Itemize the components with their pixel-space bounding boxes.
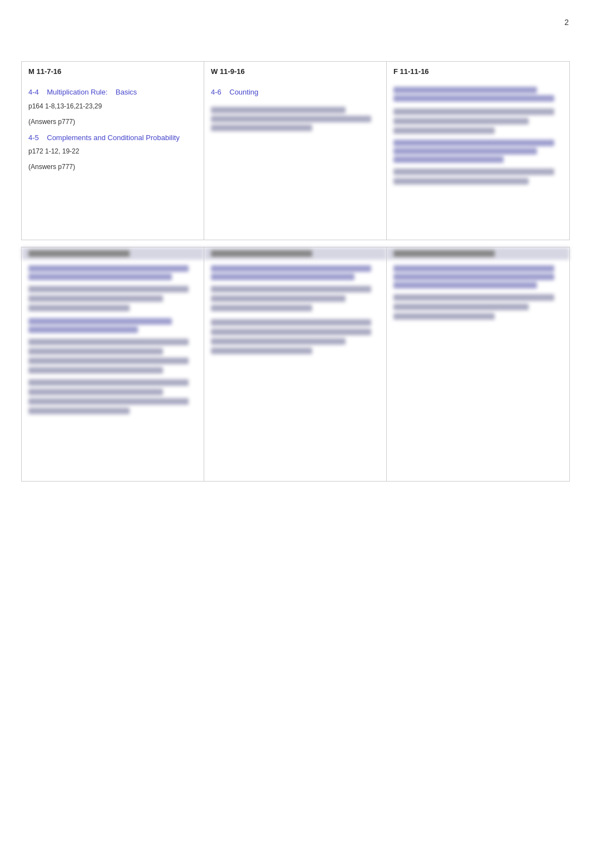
week1-grid: M 11-7-16 4-4 Multiplication Rule: Basic…: [21, 61, 570, 240]
friday-header: F 11-11-16: [393, 67, 563, 79]
week2-grid: [21, 247, 570, 482]
page-number: 2: [564, 18, 569, 27]
section-4-5-line: 4-5 Complements and Conditional Probabil…: [28, 132, 197, 143]
section-4-6-number[interactable]: 4-6: [211, 88, 221, 96]
section-4-5-title[interactable]: Complements and Conditional Probability: [47, 133, 179, 142]
section-4-5-pages: p172 1-12, 19-22: [28, 146, 197, 156]
monday-cell: M 11-7-16 4-4 Multiplication Rule: Basic…: [22, 62, 204, 240]
wednesday-header: W 11-9-16: [211, 67, 380, 79]
friday-blurred-link2: [393, 140, 563, 163]
week2-day3-header: [387, 247, 569, 260]
section-4-4-answers: (Answers p777): [28, 117, 197, 127]
friday-cell: F 11-11-16: [387, 62, 569, 240]
section-4-6-title[interactable]: Counting: [229, 88, 258, 96]
week2-day2-header: [204, 247, 386, 260]
section-4-5-answers: (Answers p777): [28, 162, 197, 172]
week2-day3-body: [387, 260, 569, 338]
section-4-4-number[interactable]: 4-4: [28, 88, 39, 96]
week2-day1-cell: [22, 247, 204, 481]
week2-day3-cell: [387, 247, 569, 481]
section-4-6-line: 4-6 Counting: [211, 87, 380, 98]
schedule-container: M 11-7-16 4-4 Multiplication Rule: Basic…: [21, 61, 570, 482]
week2-day2-cell: [204, 247, 387, 481]
friday-blurred-text1: [393, 108, 563, 134]
section-4-4-pages: p164 1-8,13-16,21-23,29: [28, 101, 197, 111]
friday-blurred-link1: [393, 87, 563, 102]
wednesday-cell: W 11-9-16 4-6 Counting: [204, 62, 387, 240]
week2-day1-header: [22, 247, 204, 260]
section-4-4-title[interactable]: Multiplication Rule:: [47, 88, 107, 96]
week2-day2-body: [204, 260, 386, 371]
week2-day1-body: [22, 260, 204, 431]
monday-header: M 11-7-16: [28, 67, 197, 79]
section-4-4-extra: Basics: [116, 88, 137, 96]
friday-blurred-text2: [393, 168, 563, 185]
wednesday-blurred: [211, 107, 380, 131]
section-4-5-number[interactable]: 4-5: [28, 133, 39, 142]
section-4-4-line: 4-4 Multiplication Rule: Basics: [28, 87, 197, 98]
